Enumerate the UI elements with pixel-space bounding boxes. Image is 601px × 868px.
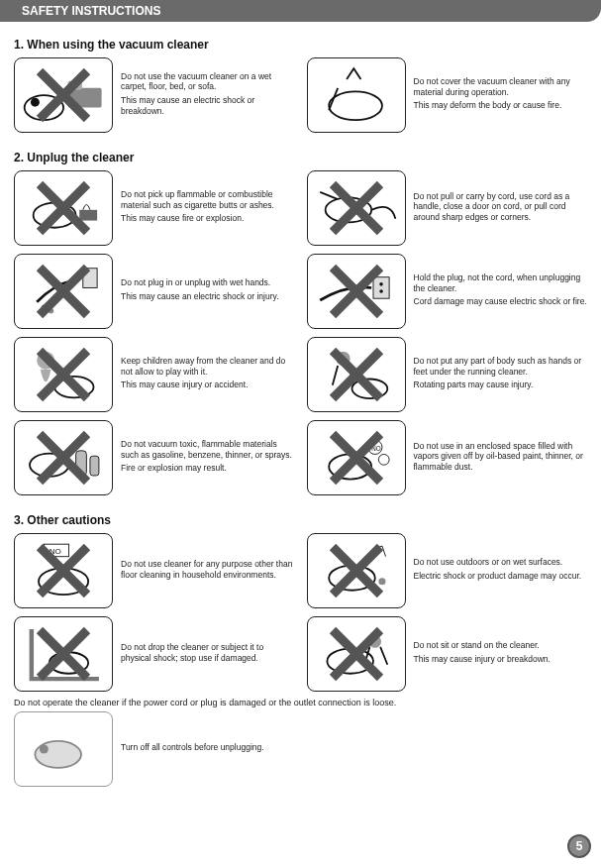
cell: Hold the plug, not the cord, when unplug… [307,254,588,329]
svg-point-22 [380,289,384,293]
thumb-outdoor [307,533,406,608]
svg-point-6 [330,91,383,120]
text-line: This may cause injury or breakdown. [414,654,588,665]
svg-point-12 [326,197,372,222]
thumb-brush [307,57,406,133]
svg-rect-20 [373,277,389,298]
cell: Do not vacuum toxic, flammable materials… [14,420,295,495]
cell: Do not put any part of body such as hand… [307,337,588,412]
warning-text: Do not plug in or unplug with wet hands.… [121,254,295,329]
thumb-drop [14,616,113,692]
section-title-2: 2. Unplug the cleaner [14,151,587,164]
svg-rect-1 [67,81,81,90]
text-line: This may cause an electric shock or brea… [121,95,295,116]
svg-point-8 [34,203,76,228]
warning-text: Turn off all controls before unplugging. [121,711,295,787]
svg-point-17 [49,308,53,313]
warning-text: Do not use outdoors or on wet surfaces. … [414,533,588,608]
text-line: This may cause an electric shock or inju… [121,291,295,302]
text-line: Do not pick up flammable or combustible … [121,189,295,210]
warning-text: Hold the plug, not the cord, when unplug… [414,254,588,329]
svg-point-50 [379,578,386,585]
text-line: Do not put any part of body such as hand… [414,356,588,377]
text-line: Do not plug in or unplug with wet hands. [121,277,295,288]
row: Do not drop the cleaner or subject it to… [14,616,587,692]
warning-text: Do not use the vacuum cleaner on a wet c… [121,57,295,133]
section-title-1: 1. When using the vacuum cleaner [14,38,587,52]
row: Do not plug in or unplug with wet hands.… [14,254,587,329]
svg-point-29 [337,352,351,366]
svg-rect-35 [90,456,99,476]
thumb-fire [14,170,113,246]
row: NO Do not use cleaner for any purpose ot… [14,533,587,608]
cell: NO Do not use cleaner for any purpose ot… [14,533,295,608]
svg-point-25 [37,352,54,370]
warning-text: Do not cover the vacuum cleaner with any… [414,57,588,133]
warning-text: Do not sit or stand on the cleaner. This… [414,616,588,692]
thumb-bed [14,57,113,133]
section-title-3: 3. Other cautions [14,513,587,527]
svg-point-57 [369,635,382,648]
warning-text: Do not vacuum toxic, flammable materials… [121,420,295,495]
text-line: Do not pull or carry by cord, use cord a… [414,191,588,223]
text-line: Do not use outdoors or on wet surfaces. [414,557,588,568]
text-line: This may cause fire or explosion. [121,213,295,224]
text-line: Do not cover the vacuum cleaner with any… [414,76,588,97]
svg-point-30 [352,379,388,398]
warning-text: Do not pull or carry by cord, use cord a… [414,170,588,246]
page-number: 5 [576,839,583,853]
svg-text:NO: NO [372,445,382,452]
svg-point-3 [31,98,40,107]
svg-point-2 [25,95,63,120]
text-line: Do not use in an enclosed space filled w… [414,441,588,473]
text-line: Fire or explosion may result. [121,463,295,474]
svg-rect-15 [83,269,97,288]
thumb-spray [14,420,113,495]
row: Keep children away from the cleaner and … [14,337,587,412]
svg-point-26 [54,377,93,397]
text-line: Do not use cleaner for any purpose other… [121,559,295,580]
header-title: SAFETY INSTRUCTIONS [22,4,160,18]
page-number-badge: 5 [567,834,591,858]
cell: Do not drop the cleaner or subject it to… [14,616,295,692]
svg-point-40 [379,454,390,465]
svg-rect-9 [79,210,97,221]
cell: Do not use outdoors or on wet surfaces. … [307,533,588,608]
cell: Keep children away from the cleaner and … [14,337,295,412]
thumb-ride [307,616,406,692]
warning-text: Do not use in an enclosed space filled w… [414,420,588,495]
thumb-gas: NO [307,420,406,495]
cell: Do not sit or stand on the cleaner. This… [307,616,588,692]
cell: Do not pick up flammable or combustible … [14,170,295,246]
svg-point-16 [42,304,47,309]
warning-text: Keep children away from the cleaner and … [121,337,295,412]
cell: Turn off all controls before unplugging. [14,711,295,787]
thumb-outlet [307,254,406,329]
text-line: Turn off all controls before unplugging. [121,742,295,753]
svg-rect-0 [67,88,101,108]
svg-point-53 [50,652,88,673]
cell: Do not use the vacuum cleaner on a wet c… [14,57,295,133]
text-line: Do not drop the cleaner or subject it to… [121,642,295,663]
content-area: 1. When using the vacuum cleaner Do not … [0,22,601,787]
svg-point-60 [35,741,81,768]
text-line: Electric shock or product damage may occ… [414,571,588,582]
cell: NO Do not use in an enclosed space fille… [307,420,588,495]
empty-cell [307,711,588,787]
warning-text: Do not use cleaner for any purpose other… [121,533,295,608]
cell: Do not plug in or unplug with wet hands.… [14,254,295,329]
thumb-cord [307,170,406,246]
row: Turn off all controls before unplugging. [14,711,587,787]
text-line: Do not vacuum toxic, flammable materials… [121,439,295,460]
warning-text: Do not pick up flammable or combustible … [121,170,295,246]
text-line: This may cause injury or accident. [121,380,295,390]
svg-rect-34 [76,451,87,476]
svg-point-21 [380,282,384,286]
text-line: Do not sit or stand on the cleaner. [414,640,588,651]
svg-point-61 [40,745,49,754]
warning-text: Do not put any part of body such as hand… [414,337,588,412]
text-line: This may deform the body or cause fire. [414,100,588,111]
row: Do not vacuum toxic, flammable materials… [14,420,587,495]
thumb-wethand [14,254,113,329]
svg-point-49 [330,566,376,591]
